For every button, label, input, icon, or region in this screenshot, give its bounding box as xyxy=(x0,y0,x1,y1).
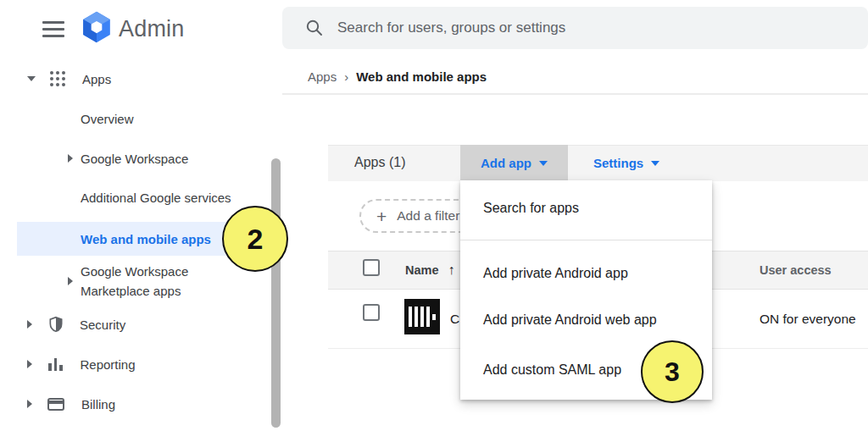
sidebar-item-label: Google Workspace Marketplace apps xyxy=(81,262,214,301)
add-app-button-label: Add app xyxy=(481,156,531,170)
admin-product-title: Admin xyxy=(119,16,185,42)
admin-logo-icon xyxy=(81,11,113,43)
row-checkbox[interactable] xyxy=(363,304,380,321)
sort-ascending-icon: ↑ xyxy=(448,262,455,278)
settings-button-label: Settings xyxy=(593,156,643,170)
sidebar-item-apps[interactable]: Apps xyxy=(0,64,263,93)
app-tile-icon xyxy=(404,299,440,334)
breadcrumb-divider xyxy=(282,93,868,95)
admin-console-page: Admin Apps Overview Google Workspace Add… xyxy=(0,0,868,431)
caret-down-icon[interactable] xyxy=(27,76,36,81)
credit-card-icon xyxy=(47,398,64,411)
caret-right-icon[interactable] xyxy=(27,320,32,329)
annotation-step-2-badge: 2 xyxy=(222,206,288,272)
breadcrumb-parent-link[interactable]: Apps xyxy=(308,69,337,84)
sidebar-item-label: Google Workspace xyxy=(81,152,188,166)
column-header-name[interactable]: Name ↑ xyxy=(405,251,455,290)
menu-divider xyxy=(460,240,712,240)
sidebar-scrollbar[interactable] xyxy=(271,158,281,428)
caret-right-icon[interactable] xyxy=(68,277,73,285)
menu-item-add-private-android-app[interactable]: Add private Android app xyxy=(460,266,712,281)
breadcrumb: Apps › Web and mobile apps xyxy=(308,68,487,85)
hamburger-icon xyxy=(42,21,64,24)
menu-item-add-private-android-web-app[interactable]: Add private Android web app xyxy=(460,312,712,328)
sidebar-item-reporting[interactable]: Reporting xyxy=(0,350,263,379)
sidebar-item-label: Overview xyxy=(81,112,134,126)
grid-icon xyxy=(50,71,66,87)
sidebar-item-google-workspace[interactable]: Google Workspace xyxy=(0,145,263,172)
bar-chart-icon xyxy=(48,358,63,371)
search-input[interactable] xyxy=(336,19,868,37)
menu-item-search-for-apps[interactable]: Search for apps xyxy=(460,201,712,216)
caret-right-icon[interactable] xyxy=(68,154,73,163)
breadcrumb-current: Web and mobile apps xyxy=(356,69,487,84)
shield-icon xyxy=(47,315,64,334)
apps-count-label: Apps (1) xyxy=(354,145,405,180)
admin-search-bar[interactable] xyxy=(282,7,868,49)
caret-down-icon xyxy=(539,161,548,166)
annotation-step-3-badge: 3 xyxy=(641,340,704,403)
sidebar-item-security[interactable]: Security xyxy=(0,310,263,339)
sidebar-item-label: Security xyxy=(80,318,125,332)
sidebar-item-label: Reporting xyxy=(81,357,136,372)
search-icon xyxy=(305,19,324,37)
breadcrumb-separator-icon: › xyxy=(344,69,348,84)
user-access-value: ON for everyone xyxy=(760,290,856,348)
caret-right-icon[interactable] xyxy=(27,360,32,368)
user-access-header-label: User access xyxy=(760,263,832,277)
hamburger-menu-button[interactable] xyxy=(42,21,64,38)
caret-right-icon[interactable] xyxy=(27,400,32,408)
app-name-text: C xyxy=(450,290,459,348)
sidebar-item-google-workspace-marketplace-apps[interactable]: Google Workspace Marketplace apps xyxy=(0,261,263,301)
sidebar-item-label: Apps xyxy=(82,72,111,86)
plus-icon: + xyxy=(376,207,387,225)
add-app-button[interactable]: Add app xyxy=(460,145,568,180)
sidebar-item-label: Additional Google services xyxy=(81,191,231,205)
sidebar-item-additional-google-services[interactable]: Additional Google services xyxy=(0,184,263,211)
add-filter-label: Add a filter xyxy=(397,208,459,224)
sidebar-item-billing[interactable]: Billing xyxy=(0,390,263,418)
sidebar-item-web-and-mobile-apps[interactable]: Web and mobile apps xyxy=(17,222,231,256)
settings-button[interactable]: Settings xyxy=(585,145,668,180)
caret-down-icon xyxy=(651,161,659,166)
name-header-label: Name xyxy=(405,263,439,277)
sidebar-item-overview[interactable]: Overview xyxy=(0,105,263,132)
sidebar-item-label: Billing xyxy=(81,397,115,412)
column-header-user-access: User access xyxy=(760,251,832,290)
sidebar-item-label: Web and mobile apps xyxy=(81,232,211,246)
select-all-checkbox[interactable] xyxy=(363,259,380,276)
